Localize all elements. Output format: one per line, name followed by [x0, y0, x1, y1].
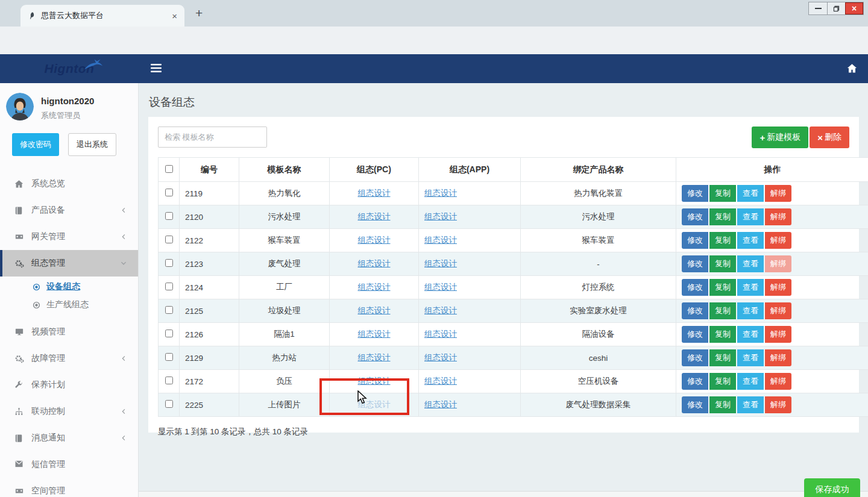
sidebar-item-fault-management[interactable]: 故障管理 [0, 345, 138, 372]
pc-design-link[interactable]: 组态设计 [358, 353, 391, 362]
edit-button[interactable]: 修改 [682, 279, 708, 296]
app-design-link[interactable]: 组态设计 [424, 377, 457, 386]
sidebar-item-product-device[interactable]: 产品设备 [0, 197, 138, 223]
hamburger-menu-icon[interactable] [151, 63, 162, 73]
row-checkbox[interactable] [165, 283, 173, 290]
unbind-button[interactable]: 解绑 [765, 185, 791, 202]
sidebar-item-scada-management[interactable]: 组态管理 [0, 250, 138, 277]
row-checkbox[interactable] [165, 306, 173, 314]
view-button[interactable]: 查看 [737, 326, 764, 343]
row-checkbox[interactable] [165, 236, 173, 243]
view-button[interactable]: 查看 [737, 279, 764, 296]
edit-button[interactable]: 修改 [682, 373, 708, 390]
copy-button[interactable]: 复制 [709, 255, 736, 272]
copy-button[interactable]: 复制 [709, 396, 736, 413]
pc-design-link[interactable]: 组态设计 [358, 236, 391, 245]
view-button[interactable]: 查看 [737, 349, 764, 366]
unbind-button[interactable]: 解绑 [765, 373, 791, 390]
sidebar-item-video-management[interactable]: 视频管理 [0, 319, 138, 345]
app-design-link[interactable]: 组态设计 [424, 306, 457, 315]
change-password-button[interactable]: 修改密码 [12, 133, 59, 156]
row-checkbox[interactable] [165, 189, 173, 196]
edit-button[interactable]: 修改 [682, 396, 708, 413]
view-button[interactable]: 查看 [737, 208, 764, 225]
pc-design-link[interactable]: 组态设计 [358, 189, 391, 198]
edit-button[interactable]: 修改 [682, 185, 708, 202]
pc-design-link[interactable]: 组态设计 [358, 306, 391, 315]
unbind-button[interactable]: 解绑 [765, 302, 791, 319]
select-all-checkbox[interactable] [165, 165, 173, 173]
sidebar-item-gateway-management[interactable]: 网关管理 [0, 223, 138, 250]
sidebar-subitem-device-scada[interactable]: 设备组态 [0, 278, 138, 296]
edit-button[interactable]: 修改 [682, 349, 708, 366]
row-action-group: 修改 复制 查看 解绑 [682, 208, 791, 225]
app-design-link[interactable]: 组态设计 [424, 236, 457, 245]
edit-button[interactable]: 修改 [682, 255, 708, 272]
search-input[interactable] [158, 127, 267, 148]
home-icon[interactable] [847, 63, 857, 73]
view-button[interactable]: 查看 [737, 255, 764, 272]
view-button[interactable]: 查看 [737, 396, 764, 413]
sidebar-item-linkage-control[interactable]: 联动控制 [0, 398, 138, 425]
edit-button[interactable]: 修改 [682, 208, 708, 225]
sidebar-subitem-production-line-scada[interactable]: 生产线组态 [0, 296, 138, 314]
sidebar-item-maintenance-plan[interactable]: 保养计划 [0, 372, 138, 398]
new-tab-button[interactable]: + [195, 6, 203, 20]
tab-close-icon[interactable]: × [172, 11, 177, 20]
sidebar-item-label: 网关管理 [31, 231, 112, 242]
edit-button[interactable]: 修改 [682, 326, 708, 343]
restore-button[interactable] [827, 2, 845, 14]
sidebar-item-message-notice[interactable]: 消息通知 [0, 425, 138, 451]
user-role: 系统管理员 [41, 110, 94, 121]
view-button[interactable]: 查看 [737, 185, 764, 202]
row-checkbox[interactable] [165, 212, 173, 220]
copy-button[interactable]: 复制 [709, 302, 736, 319]
app-design-link[interactable]: 组态设计 [424, 400, 457, 409]
view-button[interactable]: 查看 [737, 232, 764, 249]
row-checkbox[interactable] [165, 353, 173, 361]
row-checkbox[interactable] [165, 377, 173, 384]
close-button[interactable]: × [845, 2, 863, 14]
new-template-button[interactable]: +新建模板 [752, 127, 808, 148]
view-button[interactable]: 查看 [737, 373, 764, 390]
copy-button[interactable]: 复制 [709, 208, 736, 225]
edit-button[interactable]: 修改 [682, 302, 708, 319]
sidebar-item-sms-management[interactable]: 短信管理 [0, 451, 138, 478]
chevron-down-icon [120, 260, 127, 267]
pc-design-link[interactable]: 组态设计 [358, 259, 391, 268]
row-action-group: 修改 复制 查看 解绑 [682, 279, 791, 296]
copy-button[interactable]: 复制 [709, 185, 736, 202]
sidebar-item-space-management[interactable]: 空间管理 [0, 478, 138, 497]
desktop-icon [14, 328, 24, 337]
logout-button[interactable]: 退出系统 [68, 133, 116, 156]
row-checkbox[interactable] [165, 330, 173, 337]
copy-button[interactable]: 复制 [709, 279, 736, 296]
copy-button[interactable]: 复制 [709, 349, 736, 366]
unbind-button[interactable]: 解绑 [765, 396, 791, 413]
app-design-link[interactable]: 组态设计 [424, 353, 457, 362]
unbind-button[interactable]: 解绑 [765, 326, 791, 343]
app-design-link[interactable]: 组态设计 [424, 189, 457, 198]
unbind-button[interactable]: 解绑 [765, 279, 791, 296]
pc-design-link[interactable]: 组态设计 [358, 283, 391, 292]
pc-design-link[interactable]: 组态设计 [358, 212, 391, 221]
unbind-button[interactable]: 解绑 [765, 349, 791, 366]
copy-button[interactable]: 复制 [709, 232, 736, 249]
edit-button[interactable]: 修改 [682, 232, 708, 249]
unbind-button[interactable]: 解绑 [765, 232, 791, 249]
app-design-link[interactable]: 组态设计 [424, 259, 457, 268]
delete-button[interactable]: ×删除 [810, 127, 849, 148]
pc-design-link[interactable]: 组态设计 [358, 330, 391, 339]
row-checkbox[interactable] [165, 259, 173, 267]
app-design-link[interactable]: 组态设计 [424, 212, 457, 221]
view-button[interactable]: 查看 [737, 302, 764, 319]
sidebar-item-system-overview[interactable]: 系统总览 [0, 170, 138, 197]
browser-tab[interactable]: 思普云大数据平台 × [20, 5, 184, 27]
app-design-link[interactable]: 组态设计 [424, 330, 457, 339]
copy-button[interactable]: 复制 [709, 326, 736, 343]
copy-button[interactable]: 复制 [709, 373, 736, 390]
minimize-button[interactable] [809, 2, 827, 14]
row-checkbox[interactable] [165, 400, 173, 408]
unbind-button[interactable]: 解绑 [765, 208, 791, 225]
app-design-link[interactable]: 组态设计 [424, 283, 457, 292]
